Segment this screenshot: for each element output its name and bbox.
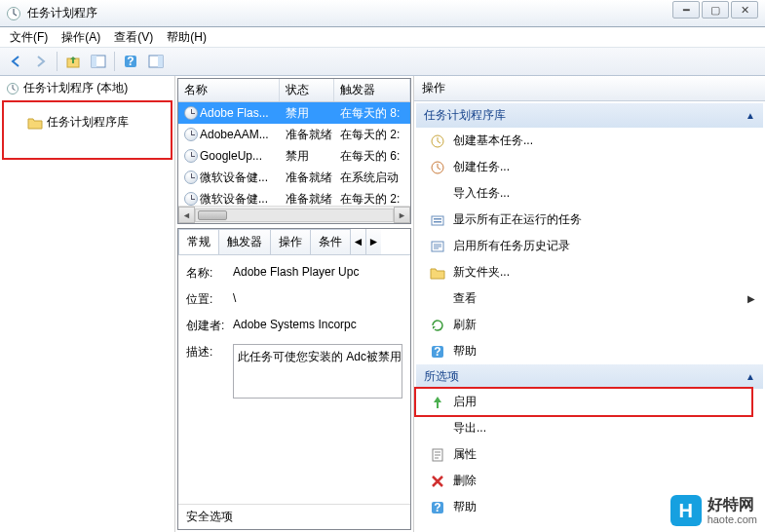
menu-help[interactable]: 帮助(H) xyxy=(161,27,212,48)
value-author: Adobe Systems Incorpc xyxy=(233,318,402,334)
tree-root[interactable]: 任务计划程序 (本地) xyxy=(2,78,172,98)
toolbar-separator xyxy=(57,52,57,71)
close-button[interactable]: ✕ xyxy=(731,1,758,19)
tab-conditions[interactable]: 条件 xyxy=(310,229,351,254)
forward-button[interactable] xyxy=(29,50,53,73)
task-trigger: 在系统启动 xyxy=(334,170,410,186)
value-name: Adobe Flash Player Upc xyxy=(233,265,402,282)
label-name: 名称: xyxy=(186,265,233,282)
tab-actions[interactable]: 操作 xyxy=(270,229,311,254)
task-state: 准备就绪 xyxy=(280,191,334,207)
help-icon: ? xyxy=(430,500,445,515)
section-title: 任务计划程序库 xyxy=(424,107,506,124)
action-create-basic-task[interactable]: 创建基本任务... xyxy=(416,128,763,154)
task-state: 禁用 xyxy=(280,148,334,165)
enable-icon xyxy=(430,395,445,410)
menubar: 文件(F) 操作(A) 查看(V) 帮助(H) xyxy=(0,27,765,47)
scroll-track[interactable] xyxy=(195,209,394,222)
action-show-running[interactable]: 显示所有正在运行的任务 xyxy=(416,207,763,233)
toolbar-separator xyxy=(114,52,115,71)
label-location: 位置: xyxy=(186,291,233,308)
task-name: Adobe Flas... xyxy=(200,106,269,120)
collapse-icon: ▲ xyxy=(746,371,755,382)
action-label: 查看 xyxy=(453,290,477,307)
task-list: 名称 状态 触发器 Adobe Flas... 禁用 在每天的 8: Adobe… xyxy=(177,78,411,224)
delete-icon xyxy=(430,474,445,489)
action-label: 删除 xyxy=(453,473,477,489)
help-button[interactable]: ? xyxy=(119,50,142,73)
action-enable[interactable]: 启用 xyxy=(416,389,751,415)
action-delete[interactable]: 删除 xyxy=(416,468,763,494)
action-refresh[interactable]: 刷新 xyxy=(416,312,763,338)
show-hide-tree-button[interactable] xyxy=(87,50,110,73)
detail-body: 名称: Adobe Flash Player Upc 位置: \ 创建者: Ad… xyxy=(178,255,410,504)
tab-general[interactable]: 常规 xyxy=(178,229,219,254)
wizard-icon xyxy=(430,133,445,149)
action-export[interactable]: 导出... xyxy=(416,415,763,441)
menu-action[interactable]: 操作(A) xyxy=(56,27,106,48)
action-label: 创建基本任务... xyxy=(453,133,533,149)
value-location: \ xyxy=(233,291,402,308)
scroll-thumb[interactable] xyxy=(198,210,227,220)
detail-pane: 常规 触发器 操作 条件 ◄ ► 名称: Adobe Flash Player … xyxy=(177,228,411,530)
actions-body: 任务计划程序库 ▲ 创建基本任务... 创建任务... 导入任务... 显示所有… xyxy=(414,101,765,532)
menu-file[interactable]: 文件(F) xyxy=(4,27,54,48)
detail-tabs: 常规 触发器 操作 条件 ◄ ► xyxy=(178,229,410,255)
action-properties[interactable]: 属性 xyxy=(416,441,763,468)
col-header-trigger[interactable]: 触发器 xyxy=(334,79,410,101)
clock-icon xyxy=(6,82,19,95)
action-create-task[interactable]: 创建任务... xyxy=(416,154,763,180)
menu-view[interactable]: 查看(V) xyxy=(108,27,159,48)
titlebar: 任务计划程序 ━ ▢ ✕ xyxy=(0,0,765,27)
tree-library[interactable]: 任务计划程序库 xyxy=(8,112,167,133)
tab-scroll-right-icon[interactable]: ► xyxy=(365,229,381,254)
svg-rect-12 xyxy=(434,218,441,220)
action-section-library[interactable]: 任务计划程序库 ▲ xyxy=(416,103,763,128)
back-button[interactable] xyxy=(4,50,27,73)
task-clock-icon xyxy=(184,192,198,206)
task-row[interactable]: 微软设备健... 准备就绪 在每天的 2: xyxy=(178,188,410,206)
watermark: H 好特网 haote.com xyxy=(670,495,757,526)
task-row[interactable]: 微软设备健... 准备就绪 在系统启动 xyxy=(178,167,410,188)
action-section-selected[interactable]: 所选项 ▲ xyxy=(416,364,763,389)
folder-icon xyxy=(430,265,445,281)
value-desc: 此任务可使您安装的 Adc被禁用或删除，则 Adobe xyxy=(233,344,402,399)
col-header-name[interactable]: 名称 xyxy=(178,79,280,101)
action-view[interactable]: 查看 ▶ xyxy=(416,285,763,312)
minimize-button[interactable]: ━ xyxy=(672,1,700,19)
action-label: 显示所有正在运行的任务 xyxy=(453,211,582,228)
up-button[interactable] xyxy=(61,50,85,73)
action-label: 属性 xyxy=(453,446,477,463)
task-clock-icon xyxy=(184,128,198,141)
scroll-left-icon[interactable]: ◄ xyxy=(178,207,195,223)
task-trigger: 在每天的 8: xyxy=(334,105,410,122)
action-label: 帮助 xyxy=(453,343,477,360)
col-header-state[interactable]: 状态 xyxy=(280,79,334,101)
properties-icon xyxy=(430,447,445,463)
tab-triggers[interactable]: 触发器 xyxy=(218,229,271,254)
hscrollbar[interactable]: ◄ ► xyxy=(178,206,410,223)
task-row[interactable]: Adobe Flas... 禁用 在每天的 8: xyxy=(178,102,410,124)
window-title: 任务计划程序 xyxy=(27,5,97,21)
tree-library-label: 任务计划程序库 xyxy=(47,114,129,131)
task-row[interactable]: GoogleUp... 禁用 在每天的 6: xyxy=(178,145,410,167)
task-name: 微软设备健... xyxy=(200,192,268,206)
task-row[interactable]: AdobeAAM... 准备就绪 在每天的 2: xyxy=(178,124,410,145)
tab-scroll-left-icon[interactable]: ◄ xyxy=(350,229,365,254)
scroll-right-icon[interactable]: ► xyxy=(394,207,410,223)
action-label: 启用所有任务历史记录 xyxy=(453,238,570,254)
chevron-right-icon: ▶ xyxy=(747,293,755,304)
highlight-enable: 启用 xyxy=(414,387,753,417)
export-icon xyxy=(430,421,445,437)
task-name: GoogleUp... xyxy=(200,149,262,163)
folder-icon xyxy=(27,116,43,130)
action-new-folder[interactable]: 新文件夹... xyxy=(416,259,763,285)
app-icon xyxy=(6,6,21,21)
list-header: 名称 状态 触发器 xyxy=(178,79,410,102)
action-enable-history[interactable]: 启用所有任务历史记录 xyxy=(416,233,763,259)
action-import-task[interactable]: 导入任务... xyxy=(416,180,763,207)
actions-pane-button[interactable] xyxy=(144,50,168,73)
action-help[interactable]: ? 帮助 xyxy=(416,338,763,364)
maximize-button[interactable]: ▢ xyxy=(702,1,729,19)
highlight-tree: 任务计划程序库 xyxy=(2,100,172,160)
